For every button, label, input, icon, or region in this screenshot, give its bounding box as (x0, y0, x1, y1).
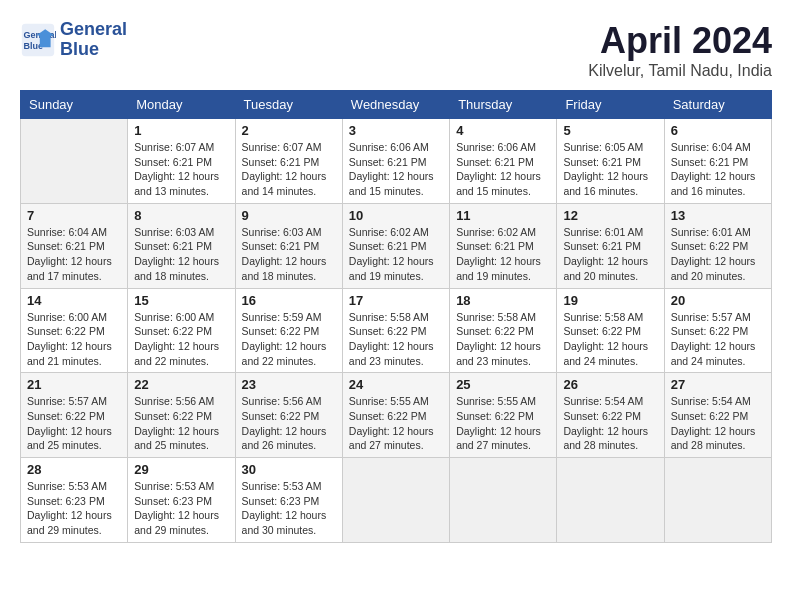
day-number: 13 (671, 208, 765, 223)
calendar-day-cell: 24Sunrise: 5:55 AM Sunset: 6:22 PM Dayli… (342, 373, 449, 458)
calendar-day-cell (450, 458, 557, 543)
calendar-day-cell: 1Sunrise: 6:07 AM Sunset: 6:21 PM Daylig… (128, 119, 235, 204)
day-header: Wednesday (342, 91, 449, 119)
day-info: Sunrise: 5:57 AM Sunset: 6:22 PM Dayligh… (671, 310, 765, 369)
calendar-day-cell: 27Sunrise: 5:54 AM Sunset: 6:22 PM Dayli… (664, 373, 771, 458)
calendar-day-cell: 19Sunrise: 5:58 AM Sunset: 6:22 PM Dayli… (557, 288, 664, 373)
calendar-day-cell (664, 458, 771, 543)
calendar-day-cell: 17Sunrise: 5:58 AM Sunset: 6:22 PM Dayli… (342, 288, 449, 373)
day-info: Sunrise: 5:58 AM Sunset: 6:22 PM Dayligh… (349, 310, 443, 369)
day-info: Sunrise: 5:55 AM Sunset: 6:22 PM Dayligh… (349, 394, 443, 453)
day-info: Sunrise: 6:02 AM Sunset: 6:21 PM Dayligh… (349, 225, 443, 284)
day-info: Sunrise: 6:01 AM Sunset: 6:22 PM Dayligh… (671, 225, 765, 284)
day-info: Sunrise: 5:54 AM Sunset: 6:22 PM Dayligh… (563, 394, 657, 453)
calendar-day-cell: 11Sunrise: 6:02 AM Sunset: 6:21 PM Dayli… (450, 203, 557, 288)
calendar-day-cell: 21Sunrise: 5:57 AM Sunset: 6:22 PM Dayli… (21, 373, 128, 458)
calendar-table: SundayMondayTuesdayWednesdayThursdayFrid… (20, 90, 772, 543)
day-number: 28 (27, 462, 121, 477)
calendar-day-cell: 26Sunrise: 5:54 AM Sunset: 6:22 PM Dayli… (557, 373, 664, 458)
day-info: Sunrise: 5:54 AM Sunset: 6:22 PM Dayligh… (671, 394, 765, 453)
calendar-day-cell: 16Sunrise: 5:59 AM Sunset: 6:22 PM Dayli… (235, 288, 342, 373)
calendar-day-cell: 14Sunrise: 6:00 AM Sunset: 6:22 PM Dayli… (21, 288, 128, 373)
location: Kilvelur, Tamil Nadu, India (588, 62, 772, 80)
header: General Blue General Blue April 2024 Kil… (20, 20, 772, 80)
day-number: 6 (671, 123, 765, 138)
day-info: Sunrise: 6:01 AM Sunset: 6:21 PM Dayligh… (563, 225, 657, 284)
calendar-week-row: 28Sunrise: 5:53 AM Sunset: 6:23 PM Dayli… (21, 458, 772, 543)
day-header: Friday (557, 91, 664, 119)
calendar-day-cell: 8Sunrise: 6:03 AM Sunset: 6:21 PM Daylig… (128, 203, 235, 288)
day-number: 5 (563, 123, 657, 138)
day-header: Sunday (21, 91, 128, 119)
day-number: 8 (134, 208, 228, 223)
day-info: Sunrise: 6:02 AM Sunset: 6:21 PM Dayligh… (456, 225, 550, 284)
calendar-day-cell (557, 458, 664, 543)
calendar-day-cell: 9Sunrise: 6:03 AM Sunset: 6:21 PM Daylig… (235, 203, 342, 288)
calendar-week-row: 14Sunrise: 6:00 AM Sunset: 6:22 PM Dayli… (21, 288, 772, 373)
calendar-header-row: SundayMondayTuesdayWednesdayThursdayFrid… (21, 91, 772, 119)
day-number: 29 (134, 462, 228, 477)
day-info: Sunrise: 5:53 AM Sunset: 6:23 PM Dayligh… (242, 479, 336, 538)
day-info: Sunrise: 6:04 AM Sunset: 6:21 PM Dayligh… (27, 225, 121, 284)
day-number: 10 (349, 208, 443, 223)
day-header: Thursday (450, 91, 557, 119)
day-info: Sunrise: 6:03 AM Sunset: 6:21 PM Dayligh… (242, 225, 336, 284)
title-area: April 2024 Kilvelur, Tamil Nadu, India (588, 20, 772, 80)
day-number: 3 (349, 123, 443, 138)
day-number: 16 (242, 293, 336, 308)
calendar-day-cell (21, 119, 128, 204)
day-info: Sunrise: 6:07 AM Sunset: 6:21 PM Dayligh… (242, 140, 336, 199)
day-number: 25 (456, 377, 550, 392)
day-number: 22 (134, 377, 228, 392)
calendar-week-row: 21Sunrise: 5:57 AM Sunset: 6:22 PM Dayli… (21, 373, 772, 458)
day-info: Sunrise: 6:06 AM Sunset: 6:21 PM Dayligh… (456, 140, 550, 199)
day-number: 18 (456, 293, 550, 308)
day-info: Sunrise: 5:53 AM Sunset: 6:23 PM Dayligh… (134, 479, 228, 538)
day-info: Sunrise: 5:58 AM Sunset: 6:22 PM Dayligh… (563, 310, 657, 369)
day-info: Sunrise: 6:03 AM Sunset: 6:21 PM Dayligh… (134, 225, 228, 284)
calendar-day-cell: 15Sunrise: 6:00 AM Sunset: 6:22 PM Dayli… (128, 288, 235, 373)
calendar-day-cell: 7Sunrise: 6:04 AM Sunset: 6:21 PM Daylig… (21, 203, 128, 288)
day-number: 17 (349, 293, 443, 308)
day-header: Saturday (664, 91, 771, 119)
calendar-body: 1Sunrise: 6:07 AM Sunset: 6:21 PM Daylig… (21, 119, 772, 543)
day-number: 14 (27, 293, 121, 308)
day-number: 27 (671, 377, 765, 392)
day-number: 21 (27, 377, 121, 392)
day-info: Sunrise: 5:56 AM Sunset: 6:22 PM Dayligh… (242, 394, 336, 453)
day-number: 26 (563, 377, 657, 392)
calendar-day-cell: 6Sunrise: 6:04 AM Sunset: 6:21 PM Daylig… (664, 119, 771, 204)
day-number: 24 (349, 377, 443, 392)
day-info: Sunrise: 6:06 AM Sunset: 6:21 PM Dayligh… (349, 140, 443, 199)
calendar-day-cell: 28Sunrise: 5:53 AM Sunset: 6:23 PM Dayli… (21, 458, 128, 543)
day-info: Sunrise: 5:55 AM Sunset: 6:22 PM Dayligh… (456, 394, 550, 453)
month-title: April 2024 (588, 20, 772, 62)
day-number: 4 (456, 123, 550, 138)
day-number: 20 (671, 293, 765, 308)
calendar-day-cell: 13Sunrise: 6:01 AM Sunset: 6:22 PM Dayli… (664, 203, 771, 288)
day-number: 2 (242, 123, 336, 138)
day-info: Sunrise: 6:07 AM Sunset: 6:21 PM Dayligh… (134, 140, 228, 199)
day-info: Sunrise: 5:53 AM Sunset: 6:23 PM Dayligh… (27, 479, 121, 538)
calendar-day-cell: 29Sunrise: 5:53 AM Sunset: 6:23 PM Dayli… (128, 458, 235, 543)
day-info: Sunrise: 6:00 AM Sunset: 6:22 PM Dayligh… (134, 310, 228, 369)
day-info: Sunrise: 5:57 AM Sunset: 6:22 PM Dayligh… (27, 394, 121, 453)
logo: General Blue General Blue (20, 20, 127, 60)
day-info: Sunrise: 5:59 AM Sunset: 6:22 PM Dayligh… (242, 310, 336, 369)
day-number: 9 (242, 208, 336, 223)
day-info: Sunrise: 6:05 AM Sunset: 6:21 PM Dayligh… (563, 140, 657, 199)
calendar-week-row: 1Sunrise: 6:07 AM Sunset: 6:21 PM Daylig… (21, 119, 772, 204)
day-number: 15 (134, 293, 228, 308)
day-info: Sunrise: 6:04 AM Sunset: 6:21 PM Dayligh… (671, 140, 765, 199)
calendar-day-cell: 23Sunrise: 5:56 AM Sunset: 6:22 PM Dayli… (235, 373, 342, 458)
calendar-day-cell (342, 458, 449, 543)
day-number: 7 (27, 208, 121, 223)
calendar-day-cell: 2Sunrise: 6:07 AM Sunset: 6:21 PM Daylig… (235, 119, 342, 204)
logo-icon: General Blue (20, 22, 56, 58)
day-number: 12 (563, 208, 657, 223)
day-number: 1 (134, 123, 228, 138)
day-number: 23 (242, 377, 336, 392)
calendar-day-cell: 30Sunrise: 5:53 AM Sunset: 6:23 PM Dayli… (235, 458, 342, 543)
day-info: Sunrise: 6:00 AM Sunset: 6:22 PM Dayligh… (27, 310, 121, 369)
calendar-day-cell: 12Sunrise: 6:01 AM Sunset: 6:21 PM Dayli… (557, 203, 664, 288)
